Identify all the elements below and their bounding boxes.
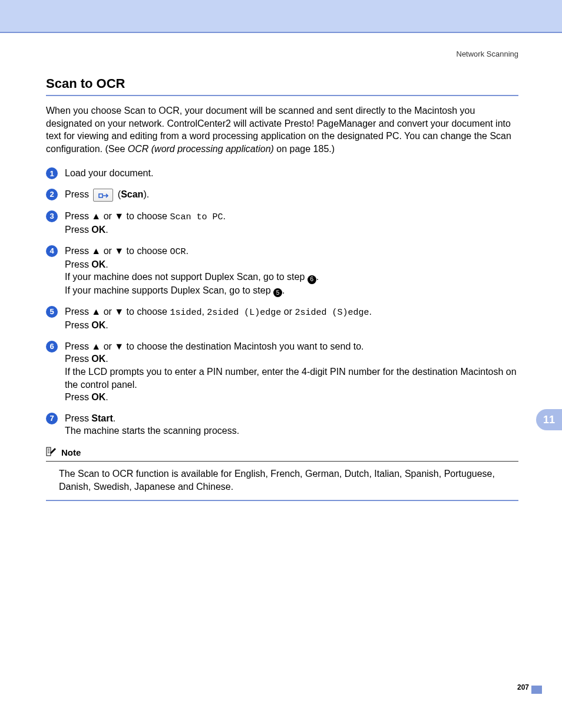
t: . [105,225,108,235]
step-2-body: Press (Scan). [65,188,149,202]
t: . [316,272,319,282]
t: Press [65,246,91,256]
section-title: Scan to OCR [46,76,518,91]
step-badge-1: 1 [46,167,58,179]
step-badge-6: 6 [46,341,58,353]
intro-ref: OCR (word processing application) [128,144,274,154]
t: . [105,259,108,269]
svg-rect-0 [47,447,51,456]
intro-text-suffix: on page 185.) [274,144,335,154]
step-badge-2: 2 [46,189,58,200]
down-arrow-icon: ▼ [114,246,124,256]
t: Press [65,320,91,330]
top-banner [0,0,562,33]
step-badge-5: 5 [46,306,58,318]
ok-label: OK [91,225,105,235]
t: . [369,307,372,317]
step-3: 3 Press ▲ or ▼ to choose Scan to PC. Pre… [46,210,518,236]
t: or [101,211,114,221]
scan-key-icon [93,189,113,202]
t: Press [65,341,91,351]
chapter-tab: 11 [536,409,562,430]
step-2-paren-open: ( [115,189,121,199]
step-5: 5 Press ▲ or ▼ to choose 1sided, 2sided … [46,305,518,332]
t: or [101,246,114,256]
step-2-scan: Scan [121,189,143,199]
t: to choose [124,246,170,256]
step-7-body: Press Start. The machine starts the scan… [65,412,239,437]
t: . [105,354,108,364]
t: or [101,341,114,351]
t: . [113,413,115,423]
step-4-body: Press ▲ or ▼ to choose OCR. Press OK. If… [65,245,319,297]
title-rule [46,95,518,96]
up-arrow-icon: ▲ [91,246,101,256]
intro-paragraph: When you choose Scan to OCR, your docume… [46,104,518,155]
t: Press [65,211,91,221]
up-arrow-icon: ▲ [91,341,101,351]
t: to choose [124,307,170,317]
step-5-body: Press ▲ or ▼ to choose 1sided, 2sided (L… [65,305,372,332]
up-arrow-icon: ▲ [91,307,101,317]
note-pencil-icon [46,446,59,460]
t: to choose [124,211,170,221]
t: . [105,392,108,402]
step-ref-icon: 6 [308,275,316,284]
step-6-body: Press ▲ or ▼ to choose the destination M… [65,340,518,404]
t: . [105,320,108,330]
step-3-body: Press ▲ or ▼ to choose Scan to PC. Press… [65,210,226,236]
down-arrow-icon: ▼ [114,341,124,351]
down-arrow-icon: ▼ [114,211,124,221]
step-2-press: Press [65,189,91,199]
ok-label: OK [91,354,105,364]
ok-label: OK [91,320,105,330]
t: If your machine supports Duplex Scan, go… [65,285,273,295]
t: or [281,307,295,317]
t: If your machine does not support Duplex … [65,272,308,282]
page-content: Scan to OCR When you choose Scan to OCR,… [0,58,562,501]
page-number: 207 [517,683,529,691]
t: . [282,285,285,295]
ok-label: OK [91,259,105,269]
t: . [223,211,225,221]
t: Press [65,307,91,317]
up-arrow-icon: ▲ [91,211,101,221]
t: Press [65,392,91,402]
t: , [201,307,207,317]
step-2-paren-close: ). [143,189,149,199]
t: Press [65,225,91,235]
step-list: 1 Load your document. 2 Press (Scan). 3 … [46,167,518,437]
code-2sided-l: 2sided (L)edge [207,308,281,318]
step-1-body: Load your document. [65,167,153,180]
t: Press [65,259,91,269]
note-header: Note [46,446,518,462]
start-label: Start [91,413,113,423]
note-body: The Scan to OCR function is available fo… [46,462,518,501]
code-ocr: OCR [170,247,186,257]
t: or [101,307,114,317]
step-2: 2 Press (Scan). [46,188,518,202]
page-number-bar [531,686,542,694]
code-1sided: 1sided [170,308,201,318]
note-block: Note The Scan to OCR function is availab… [46,446,518,501]
breadcrumb: Network Scanning [0,33,562,58]
step-7: 7 Press Start. The machine starts the sc… [46,412,518,437]
ok-label: OK [91,392,105,402]
step-badge-7: 7 [46,413,58,424]
note-label: Note [61,447,81,457]
t: If the LCD prompts you to enter a PIN nu… [65,367,517,390]
code-2sided-s: 2sided (S)edge [295,308,369,318]
step-1: 1 Load your document. [46,167,518,180]
t: to choose the destination Macintosh you … [124,341,363,351]
step-badge-3: 3 [46,210,58,222]
t: Press [65,354,91,364]
step-ref-icon: 5 [273,288,282,297]
t: . [186,246,188,256]
code-scan-to-pc: Scan to PC [170,212,223,222]
step-badge-4: 4 [46,245,58,257]
step-4: 4 Press ▲ or ▼ to choose OCR. Press OK. … [46,245,518,297]
t: Press [65,413,91,423]
down-arrow-icon: ▼ [114,307,124,317]
t: The machine starts the scanning process. [65,426,239,436]
step-6: 6 Press ▲ or ▼ to choose the destination… [46,340,518,404]
